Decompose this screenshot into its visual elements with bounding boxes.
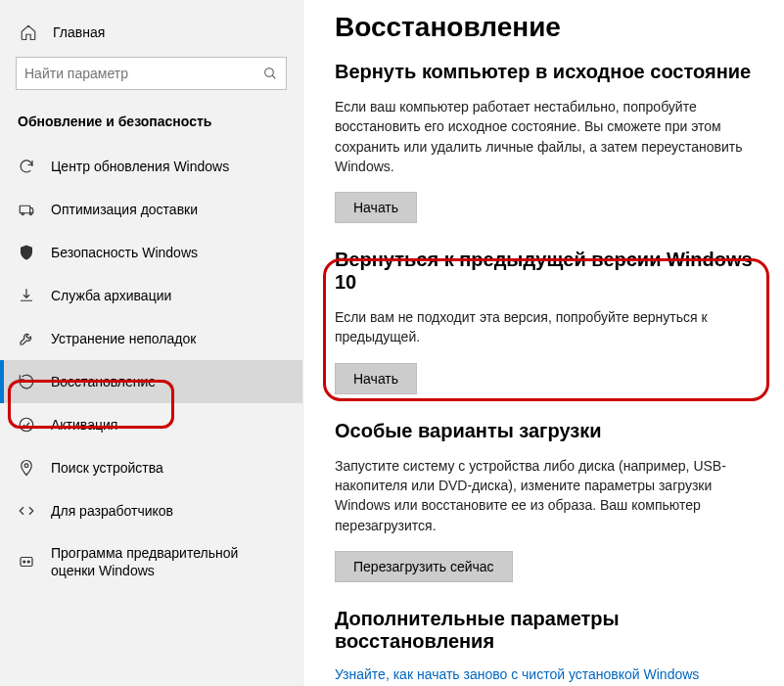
backup-icon bbox=[18, 287, 35, 304]
svg-point-3 bbox=[22, 212, 23, 214]
wrench-icon bbox=[18, 330, 35, 347]
sync-icon bbox=[18, 158, 35, 175]
svg-point-0 bbox=[265, 69, 274, 77]
nav-backup[interactable]: Служба архивации bbox=[0, 274, 302, 317]
home-icon bbox=[20, 23, 37, 41]
nav-label: Безопасность Windows bbox=[51, 244, 198, 261]
recovery-icon bbox=[18, 373, 35, 390]
svg-point-6 bbox=[24, 464, 28, 468]
svg-point-5 bbox=[20, 418, 33, 432]
fresh-start-link[interactable]: Узнайте, как начать заново с чистой уста… bbox=[335, 666, 699, 682]
reset-start-button[interactable]: Начать bbox=[335, 192, 417, 223]
home-nav[interactable]: Главная bbox=[0, 18, 302, 57]
nav-windows-security[interactable]: Безопасность Windows bbox=[0, 231, 302, 274]
section-desc: Если вам не подходит эта версия, попробу… bbox=[335, 307, 756, 347]
section-title: Вернуться к предыдущей версии Windows 10 bbox=[335, 249, 761, 294]
code-icon bbox=[18, 502, 35, 520]
section-advanced-startup: Особые варианты загрузки Запустите систе… bbox=[335, 420, 761, 582]
home-label: Главная bbox=[53, 24, 105, 40]
section-reset-pc: Вернуть компьютер в исходное состояние Е… bbox=[335, 61, 761, 223]
nav-insider[interactable]: Программа предварительной оценки Windows bbox=[0, 532, 302, 591]
nav-label: Восстановление bbox=[51, 373, 156, 390]
page-title: Восстановление bbox=[335, 12, 761, 43]
svg-point-9 bbox=[27, 561, 29, 563]
nav-label: Поиск устройства bbox=[51, 459, 163, 477]
settings-sidebar: Главная Обновление и безопасность Центр … bbox=[0, 0, 303, 686]
section-desc: Запустите систему с устройства либо диск… bbox=[335, 456, 756, 535]
nav-activation[interactable]: Активация bbox=[0, 403, 302, 446]
restart-now-button[interactable]: Перезагрузить сейчас bbox=[335, 551, 513, 582]
nav-label: Служба архивации bbox=[51, 287, 171, 304]
nav-label: Для разработчиков bbox=[51, 502, 173, 520]
nav-developers[interactable]: Для разработчиков bbox=[0, 489, 302, 532]
search-input[interactable] bbox=[24, 66, 262, 81]
nav-troubleshoot[interactable]: Устранение неполадок bbox=[0, 317, 302, 360]
nav-delivery-optimization[interactable]: Оптимизация доставки bbox=[0, 188, 302, 231]
sidebar-nav: Центр обновления Windows Оптимизация дос… bbox=[0, 145, 302, 591]
section-title: Вернуть компьютер в исходное состояние bbox=[335, 61, 761, 83]
main-content: Восстановление Вернуть компьютер в исход… bbox=[303, 0, 784, 686]
insider-icon bbox=[18, 553, 35, 571]
nav-label: Активация bbox=[51, 416, 117, 434]
optimize-icon bbox=[18, 201, 35, 218]
svg-point-8 bbox=[23, 561, 25, 563]
location-icon bbox=[18, 459, 35, 477]
check-circle-icon bbox=[18, 416, 35, 434]
svg-rect-7 bbox=[21, 558, 32, 567]
goback-start-button[interactable]: Начать bbox=[335, 363, 417, 394]
svg-rect-2 bbox=[20, 206, 30, 213]
svg-line-1 bbox=[272, 75, 275, 78]
section-more-recovery: Дополнительные параметры восстановления … bbox=[335, 608, 761, 682]
nav-windows-update[interactable]: Центр обновления Windows bbox=[0, 145, 302, 188]
shield-icon bbox=[18, 244, 35, 261]
sidebar-section-title: Обновление и безопасность bbox=[0, 108, 302, 145]
nav-find-device[interactable]: Поиск устройства bbox=[0, 446, 302, 489]
nav-label: Устранение неполадок bbox=[51, 330, 196, 347]
nav-label: Оптимизация доставки bbox=[51, 201, 198, 218]
svg-point-4 bbox=[29, 212, 31, 214]
section-title: Особые варианты загрузки bbox=[335, 420, 761, 442]
section-title: Дополнительные параметры восстановления bbox=[335, 608, 761, 653]
search-icon bbox=[262, 66, 278, 81]
nav-label: Центр обновления Windows bbox=[51, 158, 229, 175]
nav-label: Программа предварительной оценки Windows bbox=[51, 544, 285, 579]
search-container bbox=[0, 57, 302, 108]
section-go-back: Вернуться к предыдущей версии Windows 10… bbox=[335, 249, 761, 394]
search-box[interactable] bbox=[16, 57, 287, 90]
nav-recovery[interactable]: Восстановление bbox=[0, 360, 302, 403]
section-desc: Если ваш компьютер работает нестабильно,… bbox=[335, 97, 756, 176]
